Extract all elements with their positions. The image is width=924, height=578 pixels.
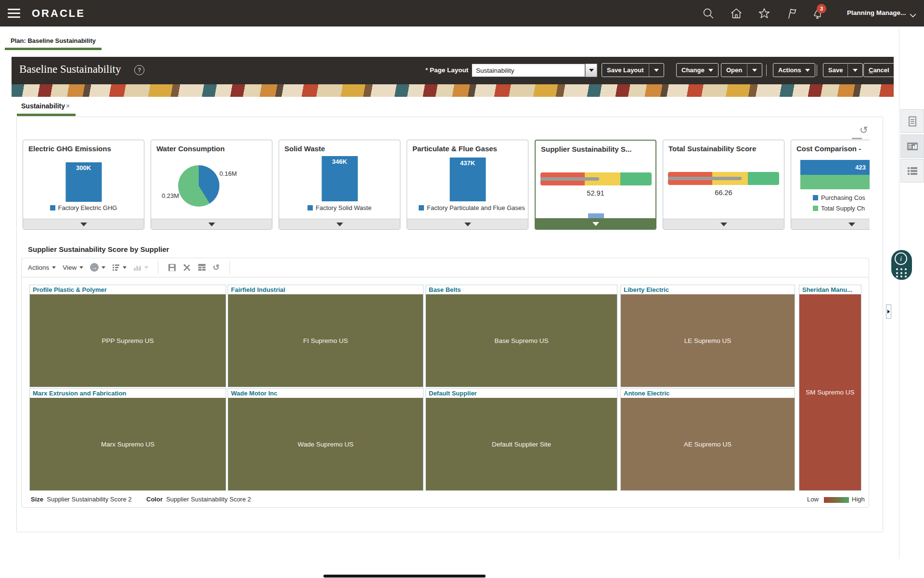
bar-value-label: 300K: [65, 164, 102, 171]
oracle-logo: ORACLE: [32, 7, 85, 20]
info-icon[interactable]: i: [895, 252, 907, 265]
gauge-marker: [668, 177, 742, 180]
toolbar-tools-icon[interactable]: [183, 263, 191, 272]
card-legend: Total Supply Ch: [813, 205, 865, 212]
card-total-sustainability-score[interactable]: Total Sustainability Score 66.26: [663, 140, 784, 230]
treemap-tile-liberty-electric[interactable]: Liberty Electric LE Supremo US: [620, 285, 795, 387]
card-expand-button[interactable]: [151, 219, 272, 229]
page-layout-select[interactable]: Sustainability: [472, 64, 585, 77]
cancel-button[interactable]: Cancel: [863, 63, 895, 77]
panel-splitter-handle[interactable]: [886, 304, 891, 319]
page-layout-select-arrow[interactable]: [585, 64, 597, 77]
tab-close-icon[interactable]: ×: [66, 102, 70, 110]
treemap-tile-profile-plastic[interactable]: Profile Plastic & Polymer PPP Supremo US: [29, 285, 226, 387]
tile-site-label: PPP Supremo US: [30, 294, 226, 387]
tile-supplier-name: Fairfield Industrial: [228, 285, 423, 294]
page-header-bar: Baseline Sustainability ? * Page Layout …: [12, 57, 894, 84]
button-separator: [766, 65, 767, 76]
card-water-consumption[interactable]: Water Consumption 0.16M 0.23M: [151, 140, 272, 230]
user-role-menu[interactable]: Planning Manage...: [847, 9, 906, 16]
rail-page-view-button[interactable]: [900, 109, 924, 133]
rail-dashboard-view-button[interactable]: [900, 134, 924, 158]
card-supplier-sustainability-score[interactable]: Supplier Sustainability S... 52.91: [535, 140, 656, 230]
bar-value-label: 346K: [321, 158, 358, 165]
toolbar-save-icon[interactable]: [168, 263, 176, 272]
open-button[interactable]: Open: [721, 63, 762, 77]
hamburger-menu-icon[interactable]: [8, 9, 20, 18]
save-layout-button[interactable]: Save Layout: [602, 63, 664, 77]
card-expand-button[interactable]: [663, 219, 784, 229]
treemap-tile-wade-motor[interactable]: Wade Motor Inc Wade Supremo US: [228, 388, 424, 491]
treemap-tile-sheridan-manufacturing[interactable]: Sheridan Manu... SM Supremo US: [799, 285, 861, 491]
card-electric-ghg-emissions[interactable]: Electric GHG Emissions 300K Factory Elec…: [23, 140, 144, 230]
card-legend: Factory Solid Waste: [279, 204, 400, 211]
card-solid-waste[interactable]: Solid Waste 346K Factory Solid Waste: [279, 140, 400, 230]
bar-value-label: 437K: [449, 159, 486, 167]
bar-factory-particulate: 437K: [449, 158, 486, 201]
toolbar-view-menu[interactable]: View: [63, 264, 83, 271]
toolbar-refresh-icon[interactable]: ↺: [213, 263, 219, 273]
save-button[interactable]: Save: [823, 63, 863, 77]
planning-app-screen: ORACLE 3 Planning Manage... Plan: Baseli…: [0, 0, 924, 578]
rail-list-view-button[interactable]: [900, 159, 924, 183]
tile-site-label: Wade Supremo US: [228, 398, 423, 490]
toolbar-sort-icon[interactable]: [112, 263, 127, 271]
supplier-score-gauge: [540, 172, 652, 185]
card-selected-indicator: [588, 213, 604, 218]
tab-sustainability[interactable]: Sustainability: [21, 102, 65, 110]
card-expand-button[interactable]: [536, 218, 655, 229]
treemap-tile-base-belts[interactable]: Base Belts Base Supremo US: [425, 285, 617, 387]
card-title: Supplier Sustainability S...: [541, 145, 654, 153]
card-particulate-flue-gases[interactable]: Particulate & Flue Gases 437K Factory Pa…: [407, 140, 528, 230]
change-button[interactable]: Change: [676, 63, 719, 77]
gauge-value: 52.91: [536, 189, 655, 197]
card-expand-button[interactable]: [23, 219, 144, 229]
card-cost-comparison[interactable]: Cost Comparison - 423 Purchasing Cos Tot…: [791, 140, 870, 230]
toolbar-actions-menu[interactable]: Actions: [28, 264, 56, 271]
search-icon[interactable]: [702, 7, 715, 20]
plan-tab[interactable]: Plan: Baseline Sustainability: [11, 37, 96, 44]
favorites-star-icon[interactable]: [757, 7, 771, 20]
treemap-tile-marx-extrusion[interactable]: Marx Extrusion and Fabrication Marx Supr…: [29, 388, 226, 491]
pie-label-blue: 0.16M: [219, 170, 237, 177]
card-expand-button[interactable]: [791, 219, 870, 229]
reset-layout-icon[interactable]: ↺: [860, 124, 868, 136]
save-dropdown-arrow: [853, 69, 858, 72]
treemap-tile-fairfield-industrial[interactable]: Fairfield Industrial FI Supremo US: [228, 285, 424, 387]
tile-site-label: FI Supremo US: [228, 294, 423, 387]
home-indicator-bar: [323, 575, 486, 578]
tile-supplier-name: Base Belts: [426, 285, 617, 294]
tile-site-label: LE Supremo US: [621, 294, 795, 387]
toolbar-drill-icon[interactable]: →: [90, 263, 105, 272]
tile-supplier-name: Wade Motor Inc: [228, 389, 423, 398]
card-expand-button[interactable]: [279, 219, 400, 229]
treemap-tile-default-supplier[interactable]: Default Supplier Default Supplier Site: [425, 388, 617, 491]
help-icon[interactable]: ?: [134, 65, 144, 75]
home-icon[interactable]: [730, 7, 743, 20]
gauge-marker: [540, 177, 599, 181]
tile-supplier-name: Sheridan Manu...: [799, 285, 861, 294]
bar-total-supply-chain: [800, 175, 870, 189]
legend-swatch: [308, 205, 313, 210]
legend-swatch: [813, 206, 818, 211]
info-assistant-pill[interactable]: i: [891, 250, 912, 280]
actions-button[interactable]: Actions: [773, 63, 815, 77]
toolbar-table-icon[interactable]: [198, 263, 206, 271]
watchlist-flag-icon[interactable]: [785, 7, 799, 20]
global-topbar: ORACLE 3 Planning Manage...: [0, 0, 924, 26]
chevron-down-icon[interactable]: [910, 11, 916, 20]
decorative-banner: [12, 84, 894, 97]
toolbar-separator: [230, 261, 230, 274]
card-expand-button[interactable]: [407, 219, 528, 229]
cards-scrollbar[interactable]: [852, 138, 862, 139]
toolbar-separator: [158, 261, 158, 274]
notification-count-badge: 3: [817, 4, 826, 13]
treemap-tile-antone-electric[interactable]: Antone Electric AE Supremo US: [620, 388, 795, 491]
page-title: Baseline Sustainability: [19, 63, 121, 76]
panel-divider: [899, 29, 899, 559]
tile-supplier-name: Default Supplier: [426, 389, 617, 398]
gauge-value: 66.26: [663, 189, 784, 197]
tile-supplier-name: Profile Plastic & Polymer: [30, 285, 226, 294]
pie-label-green: 0.23M: [162, 192, 179, 199]
grid-dots-icon[interactable]: [896, 268, 908, 277]
